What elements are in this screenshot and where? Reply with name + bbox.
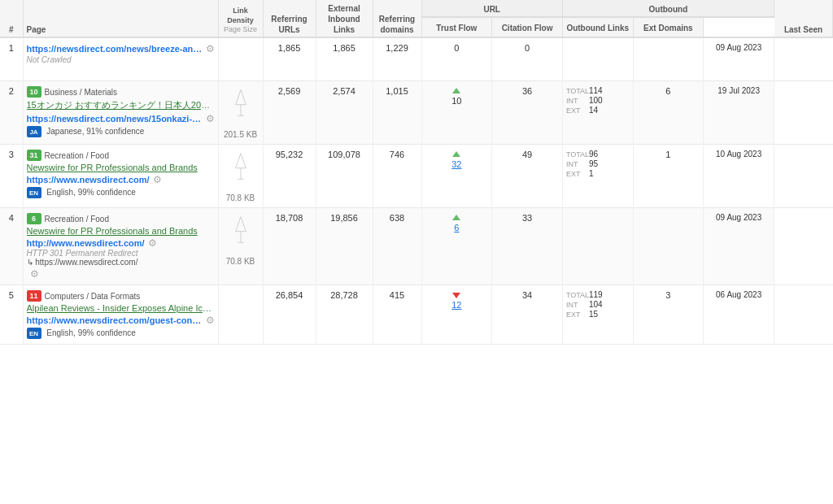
outbound-int-value: 104: [589, 300, 603, 309]
gear-icon[interactable]: ⚙: [148, 237, 157, 249]
trust-flow-link[interactable]: 32: [451, 159, 461, 169]
external-inbound-cell: 19,856: [316, 208, 373, 285]
gear-icon[interactable]: ⚙: [206, 315, 215, 326]
trust-flow-link[interactable]: 12: [451, 300, 461, 310]
referring-domains-cell: 1,229: [373, 37, 421, 81]
col-domains-header: Referring domains: [373, 0, 421, 37]
outbound-total-label: TOTAL: [566, 291, 589, 299]
category-badge: 10: [27, 86, 41, 98]
outbound-total-value: 96: [589, 150, 598, 159]
referring-urls-cell: 95,232: [263, 145, 316, 208]
density-cell: 70.8 KB: [218, 208, 263, 285]
outbound-total-row: TOTAL 114: [566, 86, 630, 95]
trust-triangle-up-icon: [452, 88, 460, 93]
trust-flow-cell: 32: [421, 145, 492, 208]
trust-flow-value: 0: [454, 43, 459, 53]
ext-domains-cell: [633, 208, 704, 285]
outbound-group-header: Outbound: [562, 0, 774, 17]
redirect-url: ↳ https://www.newsdirect.com/: [27, 258, 215, 267]
confidence-text: Japanese, 91% confidence: [46, 127, 144, 136]
category-text: Recreation / Food: [45, 151, 110, 160]
svg-line-0: [235, 90, 240, 105]
outbound-ext-value: 15: [589, 310, 598, 319]
lang-badge: EN: [27, 187, 41, 198]
col-external-header: External Inbound Links: [316, 0, 373, 37]
page-cell: 6 Recreation / Food Newswire for PR Prof…: [23, 208, 218, 285]
referring-domains-cell: 746: [373, 145, 421, 208]
page-url-link[interactable]: https://newsdirect.com/news/breeze-annou…: [27, 44, 203, 54]
page-title-link[interactable]: Alpilean Reviews - Insider Exposes Alpin…: [27, 303, 215, 313]
redirect-gear-icon[interactable]: ⚙: [30, 268, 215, 280]
page-title-link[interactable]: Newswire for PR Professionals and Brands: [27, 226, 215, 236]
outbound-links-cell: TOTAL 114 INT 100 EXT 14: [562, 81, 633, 145]
external-inbound-cell: 109,078: [316, 145, 373, 208]
referring-urls-cell: 18,708: [263, 208, 316, 285]
confidence-text: English, 99% confidence: [46, 188, 136, 197]
outbound-total-row: TOTAL 96: [566, 150, 630, 159]
col-citation-header: Citation Flow: [492, 17, 563, 37]
lang-badge: EN: [27, 328, 41, 339]
density-cell: [218, 285, 263, 345]
citation-flow-cell: 36: [492, 81, 563, 145]
external-inbound-cell: 2,574: [316, 81, 373, 145]
ext-domains-cell: 1: [633, 145, 704, 208]
category-text: Business / Materials: [45, 88, 117, 97]
outbound-int-value: 100: [589, 96, 603, 105]
col-trust-header: Trust Flow: [421, 17, 492, 37]
confidence-text: English, 99% confidence: [46, 328, 136, 337]
outbound-total-row: TOTAL 119: [566, 290, 630, 299]
density-chart-icon: [233, 86, 249, 127]
col-density-header: Link Density Page Size: [218, 0, 263, 37]
gear-icon[interactable]: ⚙: [153, 174, 162, 185]
trust-flow-value: 10: [451, 96, 461, 106]
page-url-link[interactable]: https://www.newsdirect.com/guest-content…: [27, 315, 203, 325]
gear-icon[interactable]: ⚙: [206, 43, 215, 54]
page-size-text: 70.8 KB: [222, 193, 259, 202]
page-cell: 31 Recreation / Food Newswire for PR Pro…: [23, 145, 218, 208]
row-num: 3: [0, 145, 23, 208]
outbound-int-label: INT: [566, 97, 589, 105]
outbound-total-value: 114: [589, 86, 603, 95]
page-url-link[interactable]: https://www.newsdirect.com/: [27, 175, 150, 185]
svg-line-6: [241, 154, 246, 168]
outbound-links-cell: [562, 37, 633, 81]
page-title-link[interactable]: Newswire for PR Professionals and Brands: [27, 163, 215, 172]
page-url-link[interactable]: https://newsdirect.com/news/15onkazi-osu…: [27, 114, 203, 124]
col-seen-header: Last Seen: [774, 0, 833, 37]
svg-line-1: [241, 90, 246, 105]
external-inbound-cell: 28,728: [316, 285, 373, 345]
outbound-links-cell: TOTAL 96 INT 95 EXT 1: [562, 145, 633, 208]
redirect-label: HTTP 301 Permanent Redirect: [27, 249, 215, 258]
outbound-int-row: INT 95: [566, 159, 630, 168]
citation-flow-cell: 33: [492, 208, 563, 285]
col-num-header: #: [0, 0, 23, 37]
last-seen-cell: 06 Aug 2023: [704, 285, 774, 345]
outbound-total-label: TOTAL: [566, 87, 589, 95]
outbound-ext-row: EXT 15: [566, 310, 630, 319]
density-chart-icon: [233, 213, 249, 254]
density-cell: [218, 37, 263, 81]
row-num: 2: [0, 81, 23, 145]
page-title-link[interactable]: 15オンカジ おすすめランキング！日本人2023人に人気のオンラインカ...: [27, 99, 215, 111]
external-inbound-cell: 1,865: [316, 37, 373, 81]
page-url-link[interactable]: http://www.newsdirect.com/: [27, 238, 145, 248]
referring-domains-cell: 638: [373, 208, 421, 285]
trust-flow-cell: 6: [421, 208, 492, 285]
last-seen-cell: 09 Aug 2023: [704, 208, 774, 285]
outbound-total-label: TOTAL: [566, 150, 589, 159]
page-size-text: 70.8 KB: [222, 257, 259, 266]
referring-domains-cell: 415: [373, 285, 421, 345]
page-cell: 11 Computers / Data Formats Alpilean Rev…: [23, 285, 218, 345]
category-text: Computers / Data Formats: [45, 292, 141, 301]
referring-urls-cell: 26,854: [263, 285, 316, 345]
trust-flow-link[interactable]: 6: [454, 223, 459, 232]
outbound-links-cell: TOTAL 119 INT 104 EXT 15: [562, 285, 633, 345]
table-row: 4 6 Recreation / Food Newswire for PR Pr…: [0, 208, 833, 285]
gear-icon[interactable]: ⚙: [206, 113, 215, 124]
citation-flow-cell: 49: [492, 145, 563, 208]
row-num: 4: [0, 208, 23, 285]
table-row: 1 https://newsdirect.com/news/breeze-ann…: [0, 37, 833, 81]
outbound-ext-label: EXT: [566, 106, 589, 115]
outbound-int-row: INT 100: [566, 96, 630, 105]
outbound-ext-label: EXT: [566, 170, 589, 178]
